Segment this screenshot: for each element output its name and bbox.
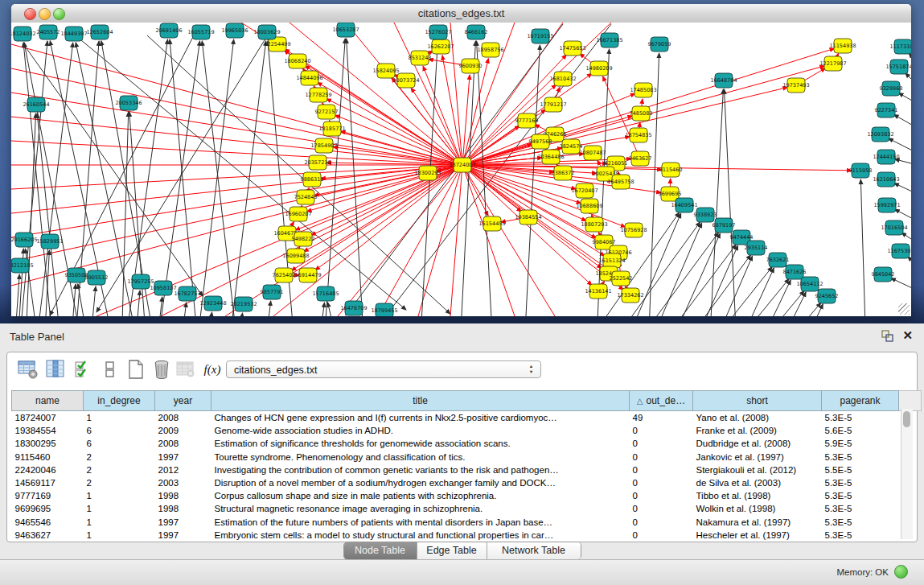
graph-edge[interactable] — [207, 312, 212, 316]
cell-year[interactable]: 2009 — [155, 424, 211, 437]
cell-name[interactable]: 18300295 — [12, 437, 84, 450]
graph-edge[interactable] — [860, 179, 867, 316]
cell-pagerank[interactable]: 5.3E-5 — [822, 529, 899, 542]
cell-year[interactable]: 2003 — [155, 476, 211, 489]
cell-year[interactable]: 2012 — [155, 463, 211, 476]
cell-in_degree[interactable]: 1 — [84, 529, 155, 542]
cell-name[interactable]: 9777169 — [12, 489, 84, 502]
table-row[interactable]: 1938455462009Genome-wide association stu… — [12, 424, 922, 437]
graph-edge[interactable] — [335, 115, 462, 165]
graph-edge[interactable] — [724, 268, 774, 316]
table-row[interactable]: 911546021997Tourette syndrome. Phenomeno… — [12, 451, 922, 463]
cell-title[interactable]: Changes of HCN gene expression and I(f) … — [211, 411, 630, 425]
table-row[interactable]: 2242004622012Investigating the contribut… — [12, 463, 922, 476]
graph-node[interactable]: 10756928 — [620, 223, 647, 237]
graph-node[interactable]: 15716485 — [312, 286, 339, 301]
cell-title[interactable]: Embryonic stem cells: a model to study s… — [211, 529, 630, 542]
cell-out_degree[interactable]: 0 — [630, 489, 693, 502]
graph-edge[interactable] — [418, 165, 462, 316]
cell-year[interactable]: 1997 — [155, 451, 211, 463]
graph-node[interactable]: 9497568 — [529, 134, 552, 149]
graph-node[interactable]: 17334262 — [617, 288, 643, 303]
cell-short[interactable]: Nakamura et al. (1997) — [693, 516, 822, 529]
graph-node[interactable]: 2935114 — [745, 241, 768, 255]
graph-node[interactable]: 7632621 — [766, 253, 790, 267]
cell-out_degree[interactable]: 49 — [630, 411, 693, 425]
graph-node[interactable]: 10653287 — [332, 23, 359, 37]
graph-edge[interactable] — [708, 89, 723, 316]
graph-node[interactable]: 17485083 — [630, 83, 656, 97]
cell-out_degree[interactable]: 0 — [630, 437, 693, 450]
graph-edge[interactable] — [906, 73, 911, 101]
graph-edge[interactable] — [11, 165, 462, 286]
graph-node[interactable]: 19384554 — [515, 210, 541, 225]
graph-node[interactable]: 9272157 — [315, 105, 339, 119]
graph-node[interactable]: 17791217 — [540, 97, 566, 112]
graph-edge[interactable] — [442, 56, 462, 165]
graph-node[interactable]: 2405572 — [37, 25, 60, 39]
graph-node[interactable]: 17475653 — [559, 41, 585, 56]
graph-edge[interactable] — [327, 303, 338, 316]
cell-year[interactable]: 1998 — [155, 502, 211, 515]
graph-node[interactable]: 7625402 — [273, 268, 296, 282]
row-height-button[interactable] — [99, 358, 121, 381]
graph-edge[interactable] — [90, 286, 96, 316]
graph-edge[interactable] — [11, 165, 462, 237]
graph-node[interactable]: 18212195 — [11, 258, 34, 273]
cell-pagerank[interactable]: 5.3E-5 — [822, 476, 899, 489]
cell-pagerank[interactable]: 5.3E-5 — [822, 502, 899, 515]
graph-node[interactable]: 9115958 — [849, 163, 873, 178]
select-columns-button[interactable] — [73, 358, 96, 381]
column-header-pagerank[interactable]: pagerank — [822, 391, 899, 411]
graph-edge[interactable] — [684, 267, 772, 316]
cell-short[interactable]: Franke et al. (2009) — [693, 424, 822, 437]
graph-node[interactable]: 9329968 — [880, 81, 903, 96]
cell-in_degree[interactable]: 1 — [84, 489, 155, 502]
graph-node[interactable]: 18124032 — [11, 27, 36, 41]
graph-node[interactable]: 10073724 — [392, 73, 419, 88]
graph-node[interactable]: 11173106 — [889, 39, 911, 54]
graph-node[interactable]: 8466162 — [465, 25, 488, 39]
graph-node[interactable]: 9245652 — [815, 289, 839, 303]
graph-node[interactable]: 9845042 — [872, 267, 895, 282]
cell-short[interactable]: Yano et al. (2008) — [693, 411, 822, 425]
graph-edge[interactable] — [700, 256, 753, 316]
cell-pagerank[interactable]: 5.3E-5 — [822, 516, 899, 529]
graph-edge[interactable] — [891, 278, 911, 298]
window-resize-grip[interactable] — [898, 303, 910, 315]
cell-title[interactable]: Tourette syndrome. Phenomenology and cla… — [211, 451, 630, 463]
graph-edge[interactable] — [907, 257, 911, 278]
graph-edge[interactable] — [895, 159, 911, 169]
cell-pagerank[interactable]: 5.3E-5 — [822, 451, 899, 463]
graph-node[interactable]: 16671385 — [596, 33, 622, 47]
graph-node[interactable]: 18807293 — [581, 217, 607, 232]
network-canvas[interactable]: 1872400718300295122544991806824014844096… — [11, 23, 911, 316]
cell-out_degree[interactable]: 0 — [630, 476, 693, 489]
cell-year[interactable]: 1997 — [155, 516, 211, 529]
graph-edge[interactable] — [11, 93, 462, 165]
cell-title[interactable]: Disruption of a novel member of a sodium… — [211, 476, 630, 489]
graph-node[interactable]: 12778259 — [305, 88, 331, 102]
graph-edge[interactable] — [423, 66, 462, 165]
graph-node[interactable]: 16055719 — [187, 25, 214, 39]
column-header-title[interactable]: title — [211, 391, 630, 411]
cell-title[interactable]: Genome-wide association studies in ADHD. — [211, 424, 630, 437]
graph-node[interactable]: 20691406 — [155, 23, 182, 38]
graph-edge[interactable] — [11, 117, 462, 165]
graph-node[interactable]: 17016504 — [881, 220, 907, 235]
graph-node[interactable]: 11154938 — [829, 39, 856, 53]
graph-edge[interactable] — [153, 41, 199, 316]
graph-node[interactable]: 8531243 — [409, 51, 432, 65]
graph-edge[interactable] — [894, 114, 911, 137]
graph-node[interactable]: 16210643 — [873, 172, 899, 187]
graph-edge[interactable] — [265, 301, 271, 316]
graph-edge[interactable] — [899, 93, 911, 113]
cell-name[interactable]: 9465546 — [12, 516, 84, 529]
graph-node[interactable]: 9338923 — [694, 208, 717, 222]
graph-node[interactable]: 10688609 — [576, 199, 602, 213]
graph-edge[interactable] — [14, 274, 19, 316]
cell-in_degree[interactable]: 2 — [84, 463, 155, 476]
graph-node[interactable]: 9857791 — [261, 285, 284, 299]
graph-node[interactable]: 10807487 — [579, 146, 606, 160]
graph-node[interactable]: 16810432 — [549, 72, 576, 86]
